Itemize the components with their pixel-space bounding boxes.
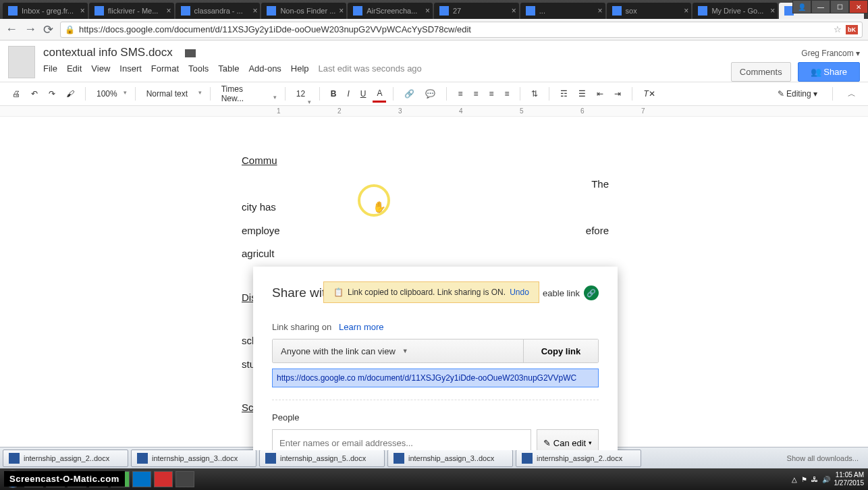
print-icon[interactable]: 🖨 (8, 86, 24, 101)
doc-title[interactable]: contextual info SMS.docx (43, 46, 173, 59)
browser-tab[interactable]: flickriver - Me...× (89, 3, 174, 19)
tab-label: sox (626, 7, 637, 15)
zoom-select[interactable]: 100% (92, 86, 128, 101)
chevron-down-icon: ▼ (402, 348, 408, 354)
flag-icon[interactable]: ⚑ (801, 476, 807, 483)
bulleted-list-icon[interactable]: ☰ (574, 86, 590, 101)
taskbar-doc-tab[interactable]: internship_assign_2..docx (3, 450, 128, 467)
close-icon[interactable]: × (770, 6, 775, 16)
browser-tab[interactable]: AirScreencha...× (348, 3, 433, 19)
close-icon[interactable]: × (252, 6, 257, 16)
browser-tab[interactable]: classandra - ...× (175, 3, 261, 19)
star-icon[interactable]: ☆ (834, 24, 842, 34)
align-justify-icon[interactable]: ≡ (500, 86, 513, 101)
outlook-icon[interactable] (132, 471, 151, 487)
learn-more-link[interactable]: Learn more (339, 322, 383, 332)
volume-icon[interactable]: 🔊 (822, 476, 830, 483)
align-right-icon[interactable]: ≡ (485, 86, 497, 101)
folder-icon[interactable] (185, 49, 196, 57)
user-label[interactable]: Greg Francom ▾ (801, 49, 860, 58)
menu-file[interactable]: File (43, 63, 57, 74)
menu-insert[interactable]: Insert (119, 63, 142, 74)
reload-button[interactable]: ⟳ (43, 22, 53, 37)
extension-icon[interactable]: bK (846, 25, 858, 34)
close-icon[interactable]: × (425, 6, 430, 16)
permission-dropdown[interactable]: Anyone with the link can view ▼ (273, 339, 524, 362)
link-icon[interactable]: 🔗 (584, 285, 599, 300)
undo-icon[interactable]: ↶ (27, 86, 42, 101)
taskbar-doc-tab[interactable]: internship_assign_2..docx (516, 450, 641, 467)
system-clock[interactable]: 11:05 AM 1/27/2015 (834, 471, 865, 487)
toast-text: Link copied to clipboard. Link sharing i… (348, 288, 506, 297)
browser-tab[interactable]: Non-os Finder ...× (261, 3, 346, 19)
italic-icon[interactable]: I (343, 86, 353, 101)
browser-tab[interactable]: ...× (520, 3, 605, 19)
browser-tab[interactable]: My Drive - Go...× (693, 3, 778, 19)
people-input[interactable] (272, 429, 531, 450)
close-icon[interactable]: × (598, 6, 603, 16)
bold-icon[interactable]: B (327, 86, 341, 101)
font-select[interactable]: Times New... (217, 82, 278, 106)
link-icon[interactable]: 🔗 (400, 86, 418, 101)
numbered-list-icon[interactable]: ☶ (556, 86, 572, 101)
align-left-icon[interactable]: ≡ (454, 86, 466, 101)
maximize-button[interactable]: ☐ (830, 0, 849, 13)
can-edit-dropdown[interactable]: ✎ Can edit ▾ (537, 429, 599, 450)
taskbar-doc-tab[interactable]: internship_assign_5..docx (259, 450, 385, 467)
close-icon[interactable]: × (512, 6, 516, 16)
pdf-icon[interactable] (154, 471, 173, 487)
menu-help[interactable]: Help (291, 63, 309, 74)
comment-icon[interactable]: 💬 (421, 86, 439, 101)
style-select[interactable]: Normal text (142, 86, 203, 101)
forward-button[interactable]: → (24, 22, 36, 36)
share-button[interactable]: 👥 Share (798, 62, 860, 82)
close-icon[interactable]: × (167, 6, 171, 16)
taskbar-app[interactable] (175, 471, 194, 487)
menu-edit[interactable]: Edit (67, 63, 82, 74)
line-spacing-icon[interactable]: ⇅ (527, 86, 542, 101)
close-button[interactable]: ✕ (849, 0, 868, 13)
collapse-toolbar-icon[interactable]: ︿ (844, 86, 860, 103)
minimize-button[interactable]: — (811, 0, 830, 13)
doc-text: agricult (242, 242, 609, 266)
close-icon[interactable]: × (684, 6, 688, 16)
favicon (181, 6, 190, 16)
browser-tab[interactable]: 27× (434, 3, 519, 19)
close-icon[interactable]: × (339, 6, 344, 16)
undo-link[interactable]: Undo (510, 288, 529, 297)
menu-format[interactable]: Format (151, 63, 179, 74)
redo-icon[interactable]: ↷ (45, 86, 59, 101)
paint-format-icon[interactable]: 🖌 (62, 86, 78, 101)
user-icon[interactable]: 👤 (792, 0, 811, 13)
ruler-mark: 7 (641, 107, 645, 115)
favicon (698, 6, 707, 16)
clear-format-icon[interactable]: T✕ (639, 86, 659, 101)
tab-label: flickriver - Me... (108, 7, 159, 15)
menu-tools[interactable]: Tools (188, 63, 209, 74)
docs-logo[interactable] (8, 46, 35, 78)
menu-view[interactable]: View (91, 63, 110, 74)
indent-icon[interactable]: ⇥ (610, 86, 625, 101)
underline-icon[interactable]: U (356, 86, 371, 101)
taskbar-doc-tab[interactable]: internship_assign_3..docx (131, 450, 256, 467)
outdent-icon[interactable]: ⇤ (593, 86, 607, 101)
address-bar[interactable]: 🔒 https://docs.google.com/document/d/11X… (60, 22, 863, 38)
menu-table[interactable]: Table (218, 63, 239, 74)
taskbar-doc-tab[interactable]: internship_assign_3..docx (387, 450, 513, 467)
font-size-select[interactable]: 12 (292, 86, 313, 101)
text-color-icon[interactable]: A (373, 86, 386, 103)
align-center-icon[interactable]: ≡ (469, 86, 482, 101)
close-icon[interactable]: × (80, 6, 85, 16)
editing-mode[interactable]: ✎ Editing ▾ (774, 86, 821, 101)
copy-link-button[interactable]: Copy link (524, 339, 598, 362)
menu-add-ons[interactable]: Add-ons (248, 63, 281, 74)
tray-icon[interactable]: △ (792, 476, 797, 483)
browser-tab[interactable]: sox× (607, 3, 692, 19)
comments-button[interactable]: Comments (731, 62, 791, 82)
share-url-input[interactable] (272, 369, 599, 387)
back-button[interactable]: ← (5, 22, 18, 36)
lock-icon: 🔒 (65, 25, 75, 34)
browser-tab[interactable]: Inbox - greg.fr...× (3, 3, 88, 19)
network-icon[interactable]: 🖧 (811, 476, 818, 483)
downloads-link[interactable]: Show all downloads... (787, 454, 865, 462)
